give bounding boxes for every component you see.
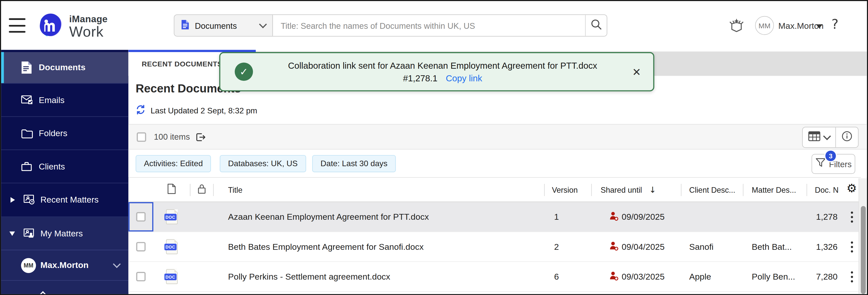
export-icon[interactable] [195, 132, 206, 145]
matter-cell: Polly Ben... [743, 262, 806, 291]
header-shared-until[interactable]: Shared until ↓ [591, 178, 681, 202]
filter-chip-activities[interactable]: Activities: Edited [135, 155, 211, 172]
document-title[interactable]: Beth Bates Employment Agreement for Sano… [213, 232, 544, 261]
scrollbar-thumb[interactable] [861, 206, 866, 294]
header-matter-desc[interactable]: Matter Des... [743, 178, 806, 202]
whats-new-icon[interactable] [729, 18, 744, 35]
row-checkbox-cell [128, 232, 154, 261]
client-cell: Apple [681, 262, 743, 291]
success-check-icon: ✓ [235, 63, 253, 81]
sidebar-item-clients[interactable]: Clients [1, 150, 128, 183]
app-logo: iManage Work [35, 10, 107, 43]
vertical-scrollbar[interactable] [859, 178, 867, 294]
view-toggle-button[interactable] [803, 127, 835, 147]
avatar-initials: MM [24, 262, 33, 268]
row-checkbox-cell [128, 202, 154, 231]
doc-type-cell: DOC [153, 202, 190, 231]
search-button[interactable] [585, 15, 607, 36]
my-matters-icon [23, 228, 35, 239]
sidebar-item-label: Emails [39, 95, 64, 105]
sidebar-item-documents[interactable]: Documents [1, 52, 128, 84]
hamburger-menu-icon[interactable] [9, 18, 26, 33]
app-window: iManage Work Documents [0, 0, 868, 295]
toast-message: Collaboration link sent for Azaan Keenan… [257, 59, 628, 72]
select-all-checkbox[interactable] [137, 132, 146, 142]
column-settings-gear-icon[interactable]: ⚙ [846, 183, 857, 195]
info-button[interactable] [835, 127, 858, 147]
emails-icon [21, 95, 34, 105]
chevron-down-icon [259, 21, 267, 28]
filter-chip-databases[interactable]: Databases: UK, US [220, 155, 306, 172]
table-row[interactable]: DOC Polly Perkins - Settlement agreement… [128, 262, 861, 292]
kebab-menu-icon[interactable] [848, 239, 855, 254]
document-title[interactable]: Azaan Keenan Employment Agreement for PT… [213, 202, 544, 231]
briefcase-icon [21, 161, 32, 172]
last-updated-row: Last Updated 2 Sept, 8:32 pm [135, 105, 257, 117]
row-actions-cell [842, 202, 861, 231]
sidebar-item-emails[interactable]: Emails [1, 84, 128, 117]
search-bar: Documents [174, 14, 607, 37]
table-row[interactable]: DOC Azaan Keenan Employment Agreement fo… [128, 202, 861, 232]
filters-button[interactable]: Filters 3 [811, 154, 855, 174]
shared-until-date: 09/09/2025 [622, 212, 664, 222]
search-scope-label: Documents [195, 21, 255, 30]
table-view-icon [808, 131, 820, 144]
row-checkbox[interactable] [136, 212, 146, 222]
sort-descending-icon: ↓ [649, 185, 656, 195]
sidebar-item-max-morton[interactable]: MM Max.Morton [1, 250, 128, 281]
matter-cell [743, 202, 806, 231]
filters-count-badge: 3 [824, 149, 837, 162]
last-updated-text: Last Updated 2 Sept, 8:32 pm [151, 106, 257, 115]
user-menu-caret-icon[interactable] [816, 24, 823, 28]
kebab-menu-icon[interactable] [848, 269, 855, 285]
user-avatar[interactable]: MM [755, 16, 774, 35]
help-icon[interactable]: ? [831, 17, 838, 32]
refresh-icon[interactable] [135, 105, 146, 117]
recent-matters-icon [23, 195, 35, 206]
copy-link-button[interactable]: Copy link [446, 72, 482, 84]
shared-link-person-icon [610, 270, 619, 283]
brand-wordmark: iManage Work [69, 14, 107, 39]
version-cell: 2 [544, 232, 591, 261]
header-doc-number[interactable]: Doc. N [807, 178, 843, 202]
file-icon [167, 183, 176, 196]
sidebar-subitem-label: Max.Morton [40, 260, 89, 270]
filter-chip-date[interactable]: Date: Last 30 days [312, 155, 396, 172]
search-scope-selector[interactable]: Documents [175, 15, 273, 36]
doc-file-icon: DOC [166, 239, 178, 254]
version-cell: 6 [544, 262, 591, 291]
expander-collapsed-icon[interactable] [10, 197, 15, 203]
search-input[interactable] [273, 15, 585, 36]
sidebar-item-my-matters[interactable]: My Matters [1, 217, 128, 250]
header-version[interactable]: Version [544, 178, 591, 202]
sidebar-item-recent-matters[interactable]: Recent Matters [1, 183, 128, 217]
funnel-icon [815, 158, 826, 170]
toast-doc-ref: #1,278.1 [403, 72, 437, 84]
table-row[interactable]: DOC Beth Bates Employment Agreement for … [128, 232, 861, 262]
shared-until-cell: 09/04/2025 [591, 232, 681, 261]
toast-notification: ✓ Collaboration link sent for Azaan Keen… [219, 52, 654, 91]
header-title[interactable]: Title [213, 178, 544, 202]
sidebar-nav: Documents Emails Folders [1, 50, 128, 294]
header-lock-column [190, 178, 213, 202]
expander-expanded-icon[interactable] [9, 231, 15, 236]
brand-line1: iManage [69, 14, 107, 24]
row-checkbox[interactable] [136, 272, 146, 282]
kebab-menu-icon[interactable] [848, 209, 855, 225]
header-client-desc[interactable]: Client Desc... [681, 178, 743, 202]
table-body: DOC Azaan Keenan Employment Agreement fo… [128, 202, 861, 292]
avatar-initials: MM [758, 21, 771, 30]
shared-link-person-icon [610, 211, 619, 223]
sidebar-item-label: Documents [39, 63, 85, 72]
chevron-up-icon [39, 291, 47, 294]
main-content: RECENT DOCUMENTS ✓ Collaboration link se… [128, 50, 867, 294]
doc-number-cell: 1,326 [807, 232, 843, 261]
shared-until-date: 09/04/2025 [622, 242, 664, 252]
close-icon[interactable]: ✕ [632, 66, 641, 78]
row-checkbox-cell [128, 262, 154, 291]
chevron-down-icon [823, 132, 831, 140]
document-title[interactable]: Polly Perkins - Settlement agreement.doc… [213, 262, 544, 291]
row-checkbox[interactable] [136, 242, 146, 251]
chevron-down-icon[interactable] [113, 260, 121, 268]
sidebar-item-folders[interactable]: Folders [1, 117, 128, 150]
